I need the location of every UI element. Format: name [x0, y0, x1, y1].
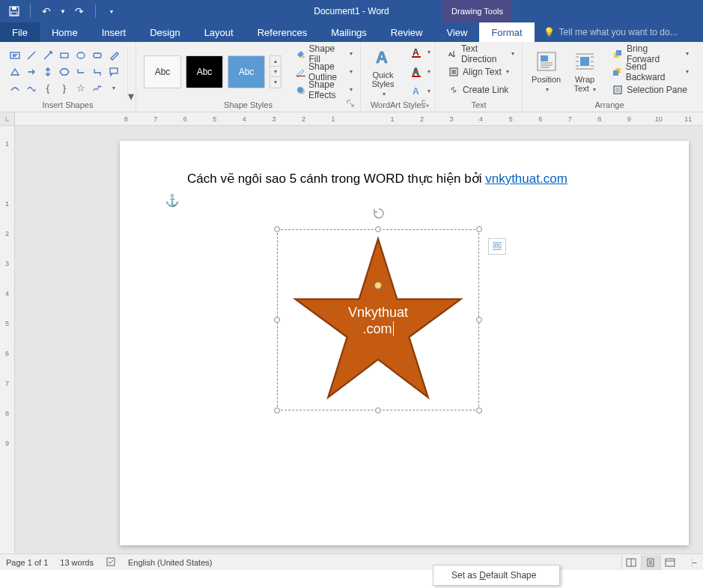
- tab-review[interactable]: Review: [379, 22, 435, 42]
- qat-customize[interactable]: ▾: [102, 1, 121, 21]
- resize-handle[interactable]: [476, 407, 482, 413]
- shape-callout-icon[interactable]: [106, 64, 121, 79]
- shape-brace-icon[interactable]: {: [40, 81, 55, 96]
- tab-layout[interactable]: Layout: [192, 22, 246, 42]
- layout-options-button[interactable]: [488, 238, 506, 255]
- shape-more-icon[interactable]: ▾: [106, 81, 121, 96]
- position-button[interactable]: Position▾: [527, 46, 565, 97]
- tab-format[interactable]: Format: [479, 22, 534, 42]
- wrap-text-button[interactable]: WrapText ▾: [568, 46, 601, 97]
- tab-home[interactable]: Home: [40, 22, 90, 42]
- shape-line-icon[interactable]: [24, 48, 39, 63]
- quick-styles-button[interactable]: A QuickStyles ▾: [365, 46, 401, 97]
- separator: [95, 4, 96, 18]
- language-indicator[interactable]: English (United States): [128, 558, 213, 567]
- word-count[interactable]: 13 words: [60, 558, 94, 567]
- shape-edit-icon[interactable]: [106, 48, 121, 63]
- shape-curve-icon[interactable]: [7, 81, 22, 96]
- page-area[interactable]: Cách vẽ ngôi sao 5 cánh trong WORD thực …: [15, 126, 703, 554]
- shapes-expand[interactable]: ▾: [127, 47, 134, 97]
- group-label: WordArt Styles: [371, 100, 425, 112]
- svg-rect-2: [11, 12, 17, 15]
- rotate-handle-icon[interactable]: [372, 207, 386, 223]
- style-preset-1[interactable]: Abc: [144, 55, 181, 88]
- group-arrange: Position▾ WrapText ▾ Bring Forward▾ Send…: [523, 42, 696, 112]
- style-preset-3[interactable]: Abc: [228, 55, 265, 88]
- tab-view[interactable]: View: [434, 22, 479, 42]
- ruler-horizontal[interactable]: L 8 7 6 5 4 3 2 1 1 2 3 4 5 6 7 8 9 10 1…: [0, 112, 703, 126]
- print-layout-button[interactable]: [641, 555, 660, 570]
- tab-file[interactable]: File: [0, 22, 40, 42]
- text-outline-button[interactable]: A▾: [411, 64, 430, 80]
- ruler-tick: 11: [674, 115, 703, 123]
- selection-pane-button[interactable]: Selection Pane: [609, 82, 692, 98]
- menu-set-default-shape[interactable]: Set as Default Shape: [433, 567, 559, 584]
- page-indicator[interactable]: Page 1 of 1: [6, 558, 48, 567]
- shape-rect-icon[interactable]: [57, 48, 72, 63]
- style-preset-2[interactable]: Abc: [186, 55, 223, 88]
- tab-design[interactable]: Design: [138, 22, 192, 42]
- shape-elbow-icon[interactable]: [73, 64, 88, 79]
- shape-star-icon[interactable]: ☆: [73, 81, 88, 96]
- text-effects-button[interactable]: A▾: [411, 83, 430, 100]
- shape-selection[interactable]: Vnkythuat .com: [277, 229, 479, 410]
- ruler-vertical[interactable]: 1 1 2 3 4 5 6 7 8 9: [0, 126, 15, 554]
- shape-arrow-right-icon[interactable]: [24, 64, 39, 79]
- create-link-button[interactable]: Create Link: [445, 82, 517, 98]
- svg-point-11: [299, 88, 305, 94]
- web-layout-button[interactable]: [660, 555, 680, 570]
- style-gallery-spinner[interactable]: ▴▾▾: [270, 55, 281, 88]
- tab-references[interactable]: References: [246, 22, 319, 42]
- shape-line-arrow-icon[interactable]: [40, 48, 55, 63]
- shape-text[interactable]: Vnkythuat .com: [277, 304, 479, 337]
- dialog-launcher-icon[interactable]: [422, 100, 429, 107]
- shape-oval-icon[interactable]: [73, 48, 88, 63]
- shape-arrow-updown-icon[interactable]: [40, 64, 55, 79]
- shape-hexagon-icon[interactable]: [57, 64, 72, 79]
- document-text[interactable]: Cách vẽ ngôi sao 5 cánh trong WORD thực …: [187, 171, 621, 187]
- read-mode-button[interactable]: [621, 555, 641, 570]
- resize-handle[interactable]: [375, 226, 381, 232]
- save-button[interactable]: [4, 1, 24, 21]
- tab-insert[interactable]: Insert: [90, 22, 139, 42]
- shape-freeform-icon[interactable]: [24, 81, 39, 96]
- anchor-icon: ⚓: [165, 193, 180, 207]
- resize-handle[interactable]: [476, 226, 482, 232]
- tell-me-search[interactable]: 💡 Tell me what you want to do...: [535, 22, 703, 42]
- text-fill-icon: A: [411, 46, 423, 58]
- tab-mailings[interactable]: Mailings: [319, 22, 379, 42]
- shape-textbox-icon[interactable]: [7, 48, 22, 63]
- resize-handle[interactable]: [375, 407, 381, 413]
- shape-scribble-icon[interactable]: [90, 81, 105, 96]
- page[interactable]: Cách vẽ ngôi sao 5 cánh trong WORD thực …: [120, 141, 689, 545]
- ruler-tick: 1: [5, 189, 9, 219]
- shape-connector-icon[interactable]: [90, 64, 105, 79]
- bring-forward-button[interactable]: Bring Forward▾: [609, 46, 692, 62]
- text-fill-button[interactable]: A▾: [411, 44, 430, 61]
- resize-handle[interactable]: [274, 226, 280, 232]
- group-text: AText Direction▾ Align Text▾ Create Link…: [436, 42, 523, 112]
- align-text-button[interactable]: Align Text▾: [445, 64, 517, 80]
- resize-handle[interactable]: [274, 407, 280, 413]
- zoom-out-button[interactable]: −: [692, 558, 697, 567]
- ruler-tick: 3: [436, 115, 466, 123]
- shape-effects-button[interactable]: Shape Effects▾: [292, 82, 356, 98]
- shape-roundrect-icon[interactable]: [90, 48, 105, 63]
- undo-button[interactable]: ↶: [37, 1, 56, 21]
- svg-rect-4: [61, 53, 68, 58]
- hyperlink[interactable]: vnkythuat.com: [485, 172, 567, 186]
- group-label: Arrange: [527, 100, 692, 112]
- shape-fill-button[interactable]: Shape Fill▾: [292, 46, 356, 62]
- dialog-launcher-icon[interactable]: [347, 100, 354, 107]
- proofing-icon[interactable]: [106, 557, 116, 569]
- shape-outline-button[interactable]: Shape Outline▾: [292, 64, 356, 80]
- undo-dropdown[interactable]: ▼: [59, 1, 67, 21]
- text-direction-button[interactable]: AText Direction▾: [445, 46, 517, 62]
- redo-button[interactable]: ↷: [70, 1, 89, 21]
- shapes-gallery[interactable]: { } ☆ ▾: [4, 45, 124, 99]
- ribbon-tabs: File Home Insert Design Layout Reference…: [0, 22, 703, 42]
- send-backward-button[interactable]: Send Backward▾: [609, 64, 692, 80]
- forward-icon: [612, 48, 624, 60]
- shape-triangle-icon[interactable]: [7, 64, 22, 79]
- shape-brace2-icon[interactable]: }: [57, 81, 72, 96]
